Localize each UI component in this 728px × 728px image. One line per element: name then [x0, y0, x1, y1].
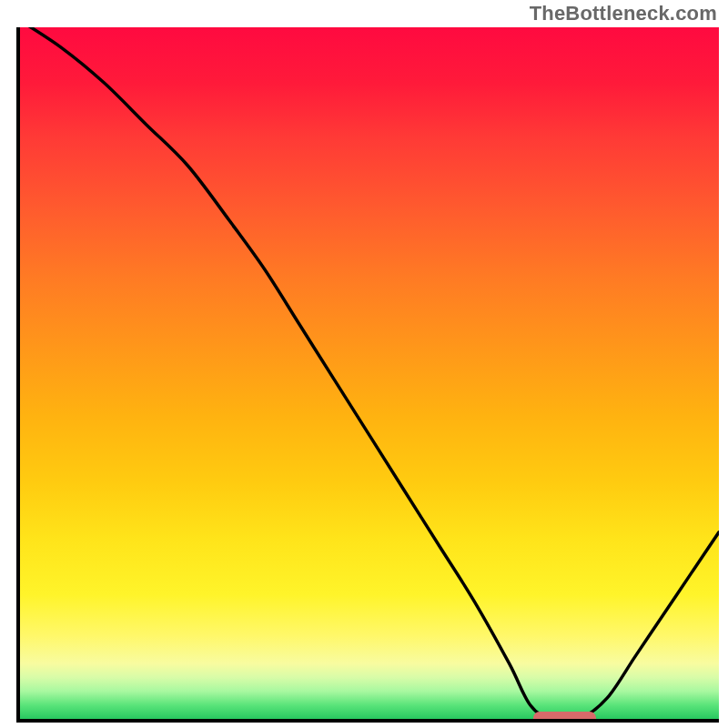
plot-area — [16, 27, 719, 723]
chart-frame: TheBottleneck.com — [0, 0, 728, 728]
watermark-text: TheBottleneck.com — [530, 2, 717, 25]
bottleneck-curve — [20, 27, 719, 719]
optimal-range-marker — [533, 712, 596, 723]
